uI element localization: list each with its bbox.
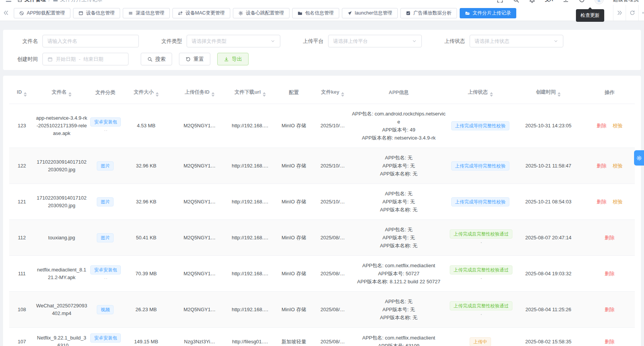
cell-upload-status: 上传完成且完整性校验通过·: [448, 220, 512, 256]
date-range-picker[interactable]: 开始日期 - 结束日期: [42, 53, 128, 65]
cell-file-size: 4.53 MB: [122, 104, 171, 148]
cell-upload-status: 上传完成等待完整性校验: [448, 104, 512, 148]
export-button-label: 导出: [232, 56, 242, 63]
cell-download-url: http://filesg01.…: [229, 328, 272, 346]
app-info-line: APP版本名称: 无: [351, 170, 447, 178]
tab-6[interactable]: 包名信息管理: [292, 8, 339, 18]
tab-label: 设备心跳配置管理: [246, 10, 284, 16]
cell-config: MinIO 存储: [272, 148, 316, 184]
cell-file-category: 图片: [89, 220, 122, 256]
column-header-5[interactable]: 上传任务ID: [171, 82, 229, 104]
cell-actions: 删除: [584, 328, 635, 346]
sort-caret-icon[interactable]: [211, 92, 215, 97]
cell-id: 123: [9, 104, 34, 148]
upload-status-select[interactable]: 请选择上传状态: [470, 35, 563, 47]
platform-select[interactable]: 请选择上传平台: [328, 35, 422, 47]
file-type-select[interactable]: 请选择文件类型: [187, 35, 280, 47]
refresh-icon[interactable]: [579, 0, 585, 3]
gear-icon: [238, 11, 243, 16]
cell-file-name: 1710220309140171022030920.jpg: [34, 184, 89, 220]
verify-action-link[interactable]: 校验: [613, 123, 623, 128]
file-name-input[interactable]: [47, 38, 134, 44]
column-header-2[interactable]: 文件名: [34, 82, 89, 104]
user-role-label: 超级管理员: [613, 0, 639, 3]
check-update-tooltip: 检查更新: [576, 9, 604, 22]
tab-7[interactable]: launcher信息管理: [342, 8, 398, 18]
tab-2[interactable]: 设备信息管理: [73, 8, 120, 18]
tab-3[interactable]: 渠道信息管理: [123, 8, 170, 18]
cell-config: MinIO 存储: [272, 220, 316, 256]
cell-id: 111: [9, 256, 34, 292]
cell-file-key: 2025/10/…: [316, 148, 349, 184]
delete-action-link[interactable]: 删除: [605, 307, 615, 312]
bell-icon[interactable]: [529, 0, 535, 3]
cell-app-info: APP包名: com.netflix.mediaclientAPP版本号: 63…: [349, 328, 448, 346]
sort-caret-icon[interactable]: [156, 92, 159, 97]
app-info-line: APP版本号: 63109: [351, 342, 447, 346]
column-header-11[interactable]: 创建时间: [512, 82, 584, 104]
search-icon[interactable]: [513, 0, 519, 3]
tab-9[interactable]: 文件分片上传记录: [460, 8, 516, 18]
sort-caret-icon[interactable]: [341, 92, 344, 97]
column-header-4[interactable]: 文件大小: [122, 82, 171, 104]
sort-caret-icon[interactable]: [263, 92, 266, 97]
sort-caret-icon[interactable]: [68, 92, 72, 97]
table-row: 1221710220309140171022030920.jpg图片32.96 …: [9, 148, 635, 184]
top-navbar: 文件管理/文件分片上传记录 文A超级管理员: [0, 0, 644, 5]
translate-icon[interactable]: 文A: [545, 0, 553, 3]
app-info-line: APP包名: 无: [351, 190, 447, 198]
column-header-label: 上传状态: [468, 89, 488, 95]
cell-upload-status: 上传完成且完整性校验通过·: [448, 292, 512, 328]
app-info-line: APP版本号: 49: [351, 126, 447, 134]
column-header-10[interactable]: 上传状态: [448, 82, 512, 104]
column-header-6[interactable]: 文件下载url: [229, 82, 272, 104]
download-icon[interactable]: [563, 0, 569, 3]
tab-8[interactable]: 广告播放数据分析: [400, 8, 457, 18]
column-header-label: 文件大小: [134, 89, 154, 95]
table-row: 111netflix.mediaclient_8.121.2-MY.apk安卓安…: [9, 256, 635, 292]
column-header-8[interactable]: 文件key: [316, 82, 349, 104]
cell-app-info: APP包名: com.netflix.mediaclientAPP版本号: 50…: [349, 256, 448, 292]
tab-4[interactable]: 设备MAC变更管理: [172, 8, 230, 18]
app-info-line: APP版本名称: netservice-3.4.9-rk: [351, 134, 447, 142]
cell-created-time: 2025-10-21 11:58:47: [512, 148, 584, 184]
breadcrumb-item[interactable]: 文件管理: [17, 0, 46, 3]
delete-action-link[interactable]: 删除: [605, 271, 615, 276]
sort-caret-icon[interactable]: [490, 92, 493, 97]
sort-caret-icon[interactable]: [24, 92, 27, 97]
delete-action-link[interactable]: 删除: [597, 163, 607, 169]
fullscreen-icon[interactable]: [497, 0, 503, 3]
sort-caret-icon[interactable]: [558, 92, 561, 97]
filter-panel: 文件名 文件类型 请选择文件类型 上传平台 请选择上传平台 上传状态 请选择上传…: [3, 30, 641, 70]
reset-button[interactable]: 重置: [179, 53, 210, 65]
settings-gear-fab[interactable]: [634, 150, 644, 166]
cell-download-url: http://192.168.…: [229, 148, 272, 184]
tab-1[interactable]: APP卸载配置管理: [14, 8, 70, 18]
app-info-line: APP包名: 无: [351, 297, 447, 305]
table-row: 108WeChat_20250729093402.mp4视频26.23 MBM2…: [9, 292, 635, 328]
delete-action-link[interactable]: 删除: [597, 199, 607, 205]
platform-label: 上传平台: [280, 38, 328, 45]
cell-download-url: http://192.168.…: [229, 104, 272, 148]
tab-5[interactable]: 设备心跳配置管理: [233, 8, 289, 18]
avatar[interactable]: [595, 0, 603, 4]
delete-action-link[interactable]: 删除: [605, 339, 615, 344]
hamburger-icon[interactable]: [5, 0, 12, 3]
refresh-tab-button[interactable]: [626, 5, 638, 21]
breadcrumb-item[interactable]: 文件分片上传记录: [53, 0, 103, 3]
tab-label: 广告播放数据分析: [413, 10, 452, 16]
column-header-label: ID: [17, 89, 22, 95]
cell-file-category: 视频: [89, 292, 122, 328]
delete-action-link[interactable]: 删除: [605, 235, 615, 240]
scroll-tabs-right-button[interactable]: [613, 5, 626, 21]
tab-options-button[interactable]: [638, 5, 644, 21]
search-button[interactable]: 搜索: [141, 53, 172, 65]
scroll-tabs-left-button[interactable]: [0, 5, 11, 21]
verify-action-link[interactable]: 校验: [613, 163, 623, 169]
column-header-1[interactable]: ID: [9, 82, 34, 104]
delete-action-link[interactable]: 删除: [597, 123, 607, 128]
tab-label: APP卸载配置管理: [27, 10, 65, 16]
verify-action-link[interactable]: 校验: [613, 199, 623, 205]
swap-icon: [178, 11, 183, 16]
export-button[interactable]: 导出: [217, 53, 249, 65]
